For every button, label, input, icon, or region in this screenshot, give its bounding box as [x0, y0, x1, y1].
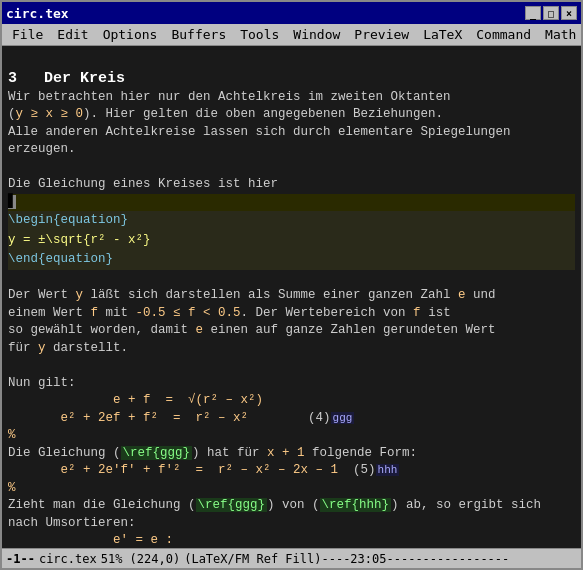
line-end-eq: \end{equation} — [8, 250, 575, 270]
line-9 — [8, 270, 575, 288]
line-20: e² + 2e'f' + f'² = r² – x² – 2x – 1 (5)h… — [8, 462, 575, 480]
line-24: e' = e : — [8, 532, 575, 548]
menu-preview[interactable]: Preview — [348, 26, 415, 43]
line-12: so gewählt worden, damit e einen auf gan… — [8, 322, 575, 340]
content-area[interactable]: 3 Der Kreis Wir betrachten hier nur den … — [2, 46, 581, 548]
menu-edit[interactable]: Edit — [51, 26, 94, 43]
line-13: für y darstellt. — [8, 340, 575, 358]
menu-tools[interactable]: Tools — [234, 26, 285, 43]
menu-command[interactable]: Command — [470, 26, 537, 43]
line-8: Die Gleichung eines Kreises ist hier — [8, 176, 575, 194]
line-3: Wir betrachten hier nur den Achtelkreis … — [8, 89, 575, 107]
menu-options[interactable]: Options — [97, 26, 164, 43]
close-button[interactable]: × — [561, 6, 577, 20]
title-bar-controls: _ □ × — [525, 6, 577, 20]
line-5: Alle anderen Achtelkreise lassen sich du… — [8, 124, 575, 142]
status-bar: -1-- circ.tex 51% (224,0) (LaTeX/FM Ref … — [2, 548, 581, 568]
menu-file[interactable]: File — [6, 26, 49, 43]
line-16: e + f = √(r² – x²) — [8, 392, 575, 410]
status-filename: circ.tex — [39, 552, 97, 566]
line-14 — [8, 357, 575, 375]
line-4: (y ≥ x ≥ 0). Hier gelten die oben angege… — [8, 106, 575, 124]
line-22: Zieht man die Gleichung (\ref{ggg}) von … — [8, 497, 575, 515]
line-23: nach Umsortieren: — [8, 515, 575, 533]
line-6: erzeugen. — [8, 141, 575, 159]
menu-latex[interactable]: LaTeX — [417, 26, 468, 43]
status-mode: -1-- — [6, 552, 35, 566]
menu-math[interactable]: Math — [539, 26, 582, 43]
line-17: e² + 2ef + f² = r² – x² (4)ggg — [8, 410, 575, 428]
status-position: 51% (224,0) — [101, 552, 180, 566]
title-bar: circ.tex _ □ × — [2, 2, 581, 24]
line-eq-content: y = ±\sqrt{r² - x²} — [8, 231, 575, 251]
line-15: Nun gilt: — [8, 375, 575, 393]
menu-window[interactable]: Window — [287, 26, 346, 43]
title-bar-title: circ.tex — [6, 6, 69, 21]
line-11: einem Wert f mit -0.5 ≤ f < 0.5. Der Wer… — [8, 305, 575, 323]
main-window: circ.tex _ □ × File Edit Options Buffers… — [0, 0, 583, 570]
line-cursor: ▋ — [8, 194, 575, 212]
status-extra: (LaTeX/FM Ref Fill)----23:05------------… — [184, 552, 509, 566]
line-21: % — [8, 480, 575, 498]
maximize-button[interactable]: □ — [543, 6, 559, 20]
line-19: Die Gleichung (\ref{ggg}) hat für x + 1 … — [8, 445, 575, 463]
line-heading: 3 Der Kreis — [8, 68, 575, 89]
menu-bar: File Edit Options Buffers Tools Window P… — [2, 24, 581, 46]
line-18: % — [8, 427, 575, 445]
line-7 — [8, 159, 575, 177]
minimize-button[interactable]: _ — [525, 6, 541, 20]
line-1 — [8, 50, 575, 68]
menu-buffers[interactable]: Buffers — [165, 26, 232, 43]
line-begin-eq: \begin{equation} — [8, 211, 575, 231]
line-10: Der Wert y läßt sich darstellen als Summ… — [8, 287, 575, 305]
